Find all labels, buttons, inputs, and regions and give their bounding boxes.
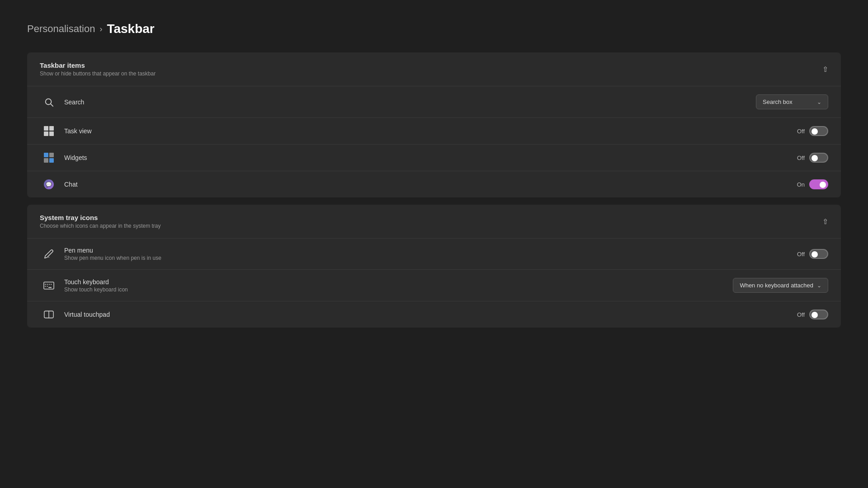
- widgets-toggle-thumb: [811, 155, 818, 161]
- taskbar-items-chevron-icon: ⇧: [822, 65, 828, 74]
- pen-menu-control: Off: [797, 249, 828, 259]
- search-icon: [44, 97, 54, 107]
- pen-menu-icon-wrapper: [40, 249, 58, 259]
- task-view-toggle-label: Off: [797, 128, 805, 135]
- widgets-toggle-label: Off: [797, 155, 805, 161]
- touch-keyboard-dropdown[interactable]: When no keyboard attached ⌄: [733, 278, 828, 293]
- system-tray-title: System tray icons: [40, 214, 160, 221]
- chat-toggle-track: [809, 179, 828, 189]
- taskbar-items-header-left: Taskbar items Show or hide buttons that …: [40, 61, 156, 77]
- pen-menu-toggle-label: Off: [797, 251, 805, 258]
- touch-keyboard-dropdown-label: When no keyboard attached: [740, 282, 813, 289]
- chat-control: On: [797, 179, 828, 189]
- widgets-label-group: Widgets: [64, 154, 797, 161]
- chat-label: Chat: [64, 181, 797, 188]
- virtual-touchpad-label-group: Virtual touchpad: [64, 311, 797, 318]
- pen-menu-toggle[interactable]: [809, 249, 828, 259]
- chat-item-row: Chat On: [27, 171, 841, 197]
- svg-rect-3: [44, 282, 54, 289]
- chat-toggle[interactable]: [809, 179, 828, 189]
- chat-icon: [44, 179, 54, 189]
- taskbar-items-section: Taskbar items Show or hide buttons that …: [27, 52, 841, 197]
- virtual-touchpad-toggle[interactable]: [809, 310, 828, 319]
- chat-label-group: Chat: [64, 181, 797, 188]
- search-dropdown-label: Search box: [763, 99, 793, 105]
- chat-icon-wrapper: [40, 179, 58, 189]
- virtual-touchpad-toggle-thumb: [811, 312, 818, 318]
- widgets-toggle-track: [809, 153, 828, 163]
- pen-menu-label: Pen menu: [64, 247, 797, 254]
- virtual-touchpad-toggle-track: [809, 310, 828, 319]
- pen-menu-toggle-track: [809, 249, 828, 259]
- breadcrumb-parent[interactable]: Personalisation: [27, 23, 95, 35]
- svg-point-2: [48, 257, 49, 258]
- task-view-label: Task view: [64, 127, 797, 135]
- pen-menu-toggle-thumb: [811, 251, 818, 258]
- virtual-touchpad-control: Off: [797, 310, 828, 319]
- touch-keyboard-sublabel: Show touch keyboard icon: [64, 286, 733, 293]
- breadcrumb-separator: ›: [99, 24, 102, 34]
- virtual-touchpad-toggle-label: Off: [797, 311, 805, 318]
- taskbar-items-subtitle: Show or hide buttons that appear on the …: [40, 70, 156, 77]
- search-control: Search box ⌄: [756, 94, 828, 109]
- search-label-group: Search: [64, 99, 756, 106]
- touch-keyboard-label: Touch keyboard: [64, 278, 733, 286]
- task-view-control: Off: [797, 126, 828, 136]
- touch-keyboard-icon-wrapper: [40, 282, 58, 290]
- taskbar-items-list: Search Search box ⌄: [27, 86, 841, 197]
- chat-toggle-thumb: [820, 182, 826, 188]
- widgets-icon-wrapper: [40, 153, 58, 163]
- touch-keyboard-control: When no keyboard attached ⌄: [733, 278, 828, 293]
- widgets-label: Widgets: [64, 154, 797, 161]
- task-view-toggle-thumb: [811, 128, 818, 135]
- system-tray-items-list: Pen menu Show pen menu icon when pen is …: [27, 238, 841, 328]
- virtual-touchpad-icon-wrapper: [40, 310, 58, 319]
- widgets-control: Off: [797, 153, 828, 163]
- task-view-icon: [44, 126, 54, 136]
- touch-keyboard-item-row: Touch keyboard Show touch keyboard icon …: [27, 270, 841, 301]
- svg-line-1: [51, 104, 53, 106]
- system-tray-section: System tray icons Choose which icons can…: [27, 205, 841, 328]
- search-item-row: Search Search box ⌄: [27, 86, 841, 118]
- touch-keyboard-dropdown-chevron-icon: ⌄: [817, 282, 821, 289]
- touch-keyboard-icon: [43, 282, 54, 290]
- taskbar-items-header[interactable]: Taskbar items Show or hide buttons that …: [27, 52, 841, 86]
- task-view-icon-wrapper: [40, 126, 58, 136]
- virtual-touchpad-label: Virtual touchpad: [64, 311, 797, 318]
- touch-keyboard-label-group: Touch keyboard Show touch keyboard icon: [64, 278, 733, 293]
- virtual-touchpad-item-row: Virtual touchpad Off: [27, 301, 841, 328]
- breadcrumb: Personalisation › Taskbar: [27, 22, 841, 36]
- system-tray-header-left: System tray icons Choose which icons can…: [40, 214, 160, 229]
- search-icon-wrapper: [40, 97, 58, 107]
- taskbar-items-title: Taskbar items: [40, 61, 156, 69]
- system-tray-subtitle: Choose which icons can appear in the sys…: [40, 223, 160, 229]
- breadcrumb-current: Taskbar: [107, 22, 154, 36]
- search-label: Search: [64, 99, 756, 106]
- task-view-toggle[interactable]: [809, 126, 828, 136]
- task-view-label-group: Task view: [64, 127, 797, 135]
- pen-menu-icon: [44, 249, 54, 259]
- pen-menu-item-row: Pen menu Show pen menu icon when pen is …: [27, 239, 841, 270]
- chat-toggle-label: On: [797, 181, 805, 188]
- widgets-toggle[interactable]: [809, 153, 828, 163]
- pen-menu-sublabel: Show pen menu icon when pen is in use: [64, 255, 797, 261]
- virtual-touchpad-icon: [44, 310, 54, 319]
- task-view-toggle-track: [809, 126, 828, 136]
- system-tray-header[interactable]: System tray icons Choose which icons can…: [27, 205, 841, 238]
- search-dropdown[interactable]: Search box ⌄: [756, 94, 828, 109]
- page-container: Personalisation › Taskbar Taskbar items …: [0, 0, 868, 357]
- pen-menu-label-group: Pen menu Show pen menu icon when pen is …: [64, 247, 797, 261]
- system-tray-chevron-icon: ⇧: [822, 217, 828, 226]
- widgets-icon: [44, 153, 54, 163]
- task-view-item-row: Task view Off: [27, 118, 841, 145]
- search-dropdown-chevron-icon: ⌄: [817, 99, 821, 105]
- widgets-item-row: Widgets Off: [27, 145, 841, 171]
